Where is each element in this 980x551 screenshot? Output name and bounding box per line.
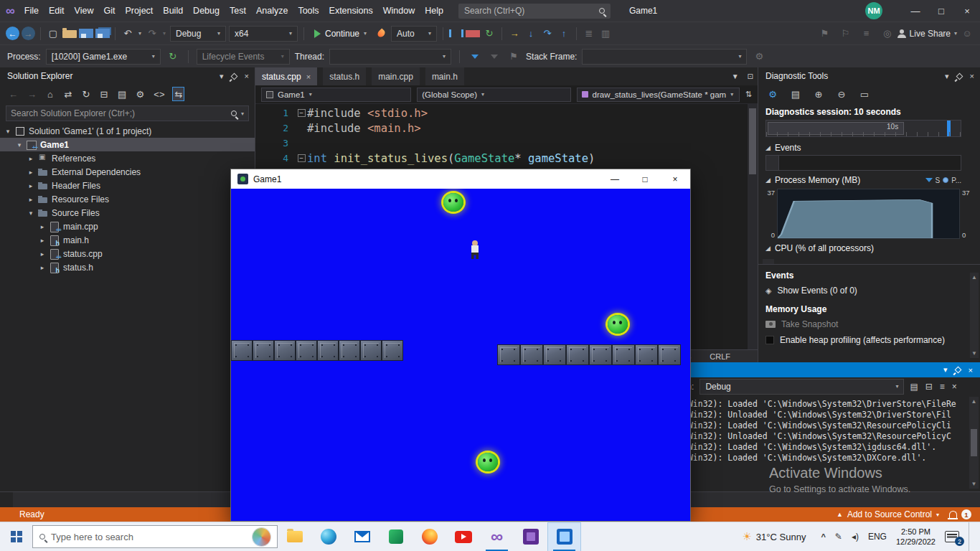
tree-item[interactable]: ▸ main.h <box>0 233 255 247</box>
menu-item[interactable]: Extensions <box>324 0 378 22</box>
pen-icon[interactable]: ✎ <box>835 532 842 542</box>
break-all-button[interactable] <box>449 29 463 37</box>
tree-item[interactable]: ▾ Source Files <box>0 206 255 220</box>
output-scrollbar[interactable]: ▲▼ <box>969 397 979 489</box>
pin-icon[interactable] <box>230 72 237 80</box>
zoom-in-icon[interactable]: ⊕ <box>811 86 826 102</box>
hidden-icons-chevron[interactable]: ^ <box>821 532 825 541</box>
zoom-out-icon[interactable]: ⊖ <box>834 86 849 102</box>
menu-item[interactable]: Window <box>378 0 420 22</box>
expand-arrow[interactable]: ▾ <box>16 141 23 149</box>
mail-icon[interactable] <box>345 522 379 551</box>
events-swimlane[interactable] <box>765 155 961 171</box>
hot-reload-mode-dropdown[interactable]: Auto▾ <box>391 26 437 42</box>
lifecycle-events-dropdown[interactable]: Lifecycle Events▾ <box>197 49 290 65</box>
show-next-statement-button[interactable]: → <box>507 26 522 42</box>
save-button[interactable] <box>79 29 93 38</box>
tree-item[interactable]: ▸ References <box>0 151 255 165</box>
diagnostics-tab[interactable] <box>776 259 787 264</box>
search-highlights-icon[interactable] <box>253 528 270 546</box>
refresh-button[interactable]: ↻ <box>80 87 92 101</box>
notifications-bell-icon[interactable] <box>949 511 957 518</box>
platform-dropdown[interactable]: x64▾ <box>229 26 298 42</box>
diagnostics-tab[interactable] <box>801 259 813 264</box>
output-source-dropdown[interactable]: Debug ▾ <box>699 379 904 395</box>
weather-widget[interactable]: ☀ 31°C Sunny <box>742 530 806 543</box>
add-to-source-control-button[interactable]: Add to Source Control <box>847 509 932 519</box>
tree-item[interactable]: ▸ main.cpp <box>0 220 255 233</box>
menu-item[interactable]: Help <box>420 0 448 22</box>
toolbar-button[interactable] <box>115 27 116 40</box>
configuration-dropdown[interactable]: Debug▾ <box>170 26 226 42</box>
undo-caret[interactable]: ▾ <box>137 26 143 42</box>
refresh-process-button[interactable]: ↻ <box>166 49 180 65</box>
menu-item[interactable]: Analyze <box>251 0 293 22</box>
collapse-all-button[interactable]: ⊟ <box>98 87 110 101</box>
thread-dropdown[interactable]: ▾ <box>329 49 451 65</box>
expand-arrow[interactable]: ▸ <box>27 196 34 203</box>
toolbar-button[interactable] <box>40 27 41 40</box>
panel-dropdown-icon[interactable]: ▾ <box>220 72 224 81</box>
menu-item[interactable]: View <box>70 0 99 22</box>
split-editor-icon[interactable]: ⇅ <box>745 90 752 99</box>
enable-heap-profiling-button[interactable]: Enable heap profiling (affects performan… <box>758 332 980 348</box>
tree-item[interactable]: ▸ status.h <box>0 260 255 274</box>
pin-icon[interactable] <box>954 367 961 374</box>
diagnostics-tab[interactable] <box>788 259 800 264</box>
close-panel-icon[interactable]: × <box>970 72 974 80</box>
expand-arrow[interactable]: ▸ <box>27 169 34 176</box>
editor-tab[interactable]: main.cpp × <box>372 67 420 85</box>
open-file-button[interactable] <box>62 30 77 38</box>
show-events-link[interactable]: ◈ Show Events (0 of 0) <box>758 283 980 298</box>
save-all-button[interactable] <box>95 29 110 38</box>
reset-view-icon[interactable]: ▭ <box>857 86 872 102</box>
edge-icon[interactable] <box>311 522 345 551</box>
immediate-window-button[interactable]: ≣ <box>582 26 596 42</box>
expand-arrow[interactable]: ▸ <box>39 250 46 258</box>
editor-tab[interactable]: main.h × <box>425 67 464 85</box>
timeline-selection[interactable] <box>768 122 904 135</box>
fold-marker[interactable]: − <box>296 154 307 162</box>
menu-item[interactable]: Build <box>158 0 188 22</box>
show-desktop-button[interactable] <box>969 522 973 551</box>
game-minimize-button[interactable]: — <box>600 169 630 189</box>
language-indicator[interactable]: ENG <box>868 532 887 542</box>
step-over-button[interactable]: ↷ <box>540 26 555 42</box>
explorer-back-button[interactable]: ← <box>7 87 19 101</box>
step-out-button[interactable]: ↑ <box>557 26 571 42</box>
game-close-button[interactable]: × <box>660 169 690 189</box>
clear-all-icon[interactable]: ⊟ <box>925 382 933 392</box>
close-button[interactable]: × <box>954 0 980 22</box>
toggle-output-icon[interactable]: × <box>952 382 957 392</box>
expand-arrow[interactable]: ▸ <box>39 237 46 244</box>
find-in-files-button[interactable]: ◎ <box>880 26 895 42</box>
continue-button[interactable]: Continue ▾ <box>310 26 371 42</box>
start-button[interactable] <box>0 522 32 551</box>
expand-arrow[interactable]: ▸ <box>39 264 46 271</box>
menu-item[interactable]: File <box>19 0 44 22</box>
pin-icon[interactable] <box>956 72 963 80</box>
take-snapshot-button[interactable]: Take Snapshot <box>758 316 980 332</box>
toolbar-options-gear-icon[interactable]: ⚙ <box>752 49 766 65</box>
tree-item[interactable]: ▸ status.cpp <box>0 247 255 260</box>
diagnostics-tab[interactable] <box>763 259 774 264</box>
game-title-bar[interactable]: Game1 — □ × <box>231 169 690 189</box>
panel-dropdown-icon[interactable]: ▾ <box>943 365 948 375</box>
menu-item[interactable]: Test <box>225 0 251 22</box>
expand-arrow[interactable]: ▸ <box>27 155 34 162</box>
expand-arrow[interactable]: ▾ <box>27 209 34 217</box>
navigate-forward-button[interactable]: → <box>22 27 35 40</box>
feedback-button[interactable]: ☺ <box>960 26 974 42</box>
events-section-header[interactable]: ◢ Events <box>758 140 980 155</box>
flag-button[interactable]: ⚐ <box>839 26 853 42</box>
hot-reload-button[interactable] <box>374 26 388 42</box>
minimize-button[interactable]: — <box>903 0 928 22</box>
volume-icon[interactable]: ◂) <box>852 532 859 542</box>
tree-item[interactable]: ▸ Header Files <box>0 179 255 192</box>
youtube-icon[interactable] <box>446 522 480 551</box>
info-bar-item[interactable]: CRLF <box>710 352 730 361</box>
editor-tab[interactable]: status.h × <box>323 67 366 85</box>
account-avatar[interactable]: NM <box>865 2 882 19</box>
diagnostics-scrollbar[interactable]: ▲▼ <box>970 273 979 358</box>
new-file-button[interactable]: ▢ <box>46 26 60 42</box>
